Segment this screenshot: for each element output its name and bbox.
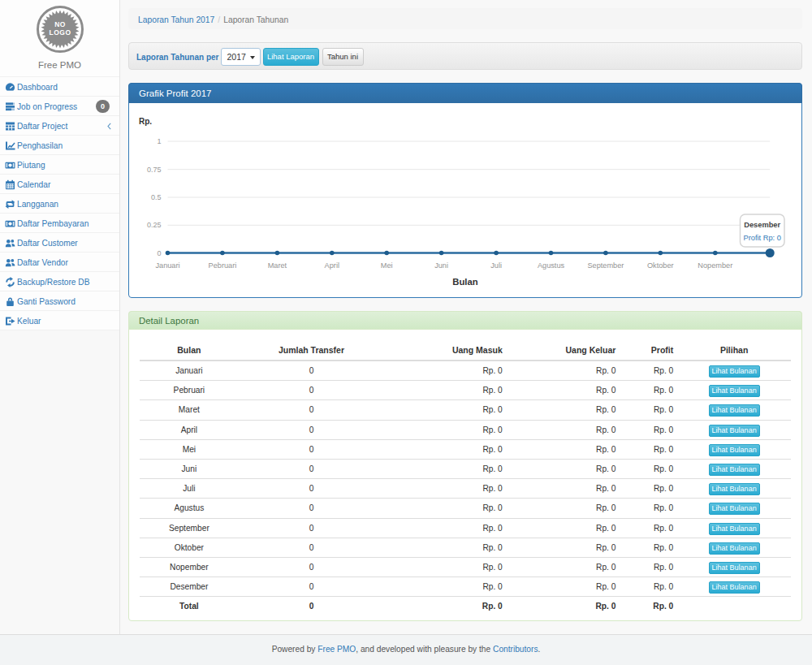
svg-text:Juni: Juni xyxy=(434,261,448,270)
svg-text:Rp.: Rp. xyxy=(139,117,152,126)
svg-text:LOGO: LOGO xyxy=(49,28,71,37)
svg-text:Nopember: Nopember xyxy=(698,261,732,270)
svg-text:Bulan: Bulan xyxy=(452,277,477,287)
svg-text:Pebruari: Pebruari xyxy=(209,261,237,270)
svg-text:Profit Rp: 0: Profit Rp: 0 xyxy=(743,234,781,242)
svg-text:Juli: Juli xyxy=(490,261,502,270)
svg-text:Desember: Desember xyxy=(744,221,780,229)
svg-text:NO: NO xyxy=(54,20,66,28)
svg-text:April: April xyxy=(325,261,339,270)
svg-text:Mei: Mei xyxy=(381,261,393,270)
svg-text:0.5: 0.5 xyxy=(151,193,162,201)
svg-text:Oktober: Oktober xyxy=(647,261,674,270)
svg-text:September: September xyxy=(587,261,624,270)
svg-text:Maret: Maret xyxy=(268,261,287,270)
svg-text:Januari: Januari xyxy=(155,261,179,270)
svg-text:0.75: 0.75 xyxy=(147,166,162,174)
svg-text:Agustus: Agustus xyxy=(538,261,565,270)
svg-text:1: 1 xyxy=(157,137,161,145)
svg-text:0.25: 0.25 xyxy=(147,221,162,229)
svg-text:0: 0 xyxy=(157,249,161,257)
